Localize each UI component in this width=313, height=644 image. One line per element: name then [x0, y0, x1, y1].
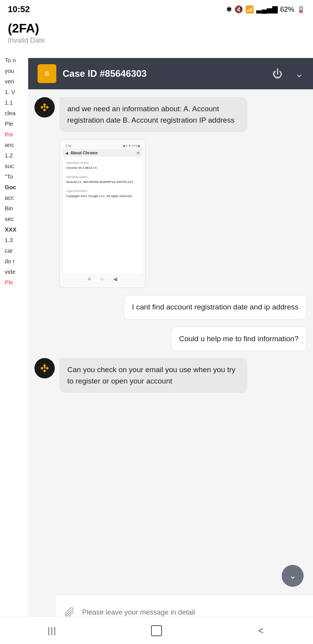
- scroll-to-bottom-button[interactable]: ⌄: [282, 565, 304, 587]
- bg-line: do r: [5, 256, 25, 266]
- screenshot-bottom-bar: ≡ ○ ◀: [63, 273, 142, 284]
- avatar-1: [34, 97, 55, 118]
- message-text-4: Could u help me to find information?: [179, 335, 299, 343]
- status-time: 10:52: [8, 4, 30, 14]
- message-text-5: Can you check on your email you use when…: [67, 365, 236, 385]
- bg-line: "To: [5, 171, 25, 182]
- avatar-5: [34, 358, 55, 378]
- bg-line: vide: [5, 266, 25, 277]
- bubble-5: Can you check on your email you use when…: [59, 358, 247, 393]
- message-text-3: I cant find account registration date an…: [132, 303, 299, 311]
- bg-content: To nyouveri1. V1.1cleaPlethaanc1.2suc"To…: [0, 51, 29, 560]
- refresh-icon: ↺: [137, 151, 140, 155]
- bg-line: To n: [5, 55, 25, 65]
- screenshot-top-bar: 7:52 ◀ ≡ ✦ 47%▮: [63, 143, 142, 149]
- bg-line: clea: [5, 108, 25, 118]
- bubble-3: I cant find account registration date an…: [124, 295, 307, 320]
- bubble-4: Could u help me to find information?: [171, 327, 307, 351]
- bg-line: Bin: [5, 203, 25, 213]
- page-date: Invalid Date: [8, 36, 305, 45]
- bg-line: suc: [5, 161, 25, 171]
- screenshot-page-title: About Chrome: [70, 151, 97, 155]
- nav-menu-button[interactable]: |||: [40, 621, 64, 640]
- chat-overlay: ≡ Case ID #85646303 ⏻ ⌄ and we need an i…: [28, 58, 313, 630]
- bg-line: 1.1: [5, 97, 25, 108]
- screenshot-content: Application version Chrome 94.2-8614.73 …: [63, 157, 142, 273]
- message-row-2: 7:52 ◀ ≡ ✦ 47%▮ ◀ About Chrome ↺ Applica…: [34, 139, 307, 288]
- nav-back-button[interactable]: <: [249, 621, 273, 640]
- bg-line: XXX: [5, 224, 25, 235]
- screenshot-time: 7:52: [65, 144, 72, 148]
- section-label-1: Application version: [66, 161, 139, 165]
- menu-icon: |||: [48, 626, 57, 636]
- message-row-4: Could u help me to find information?: [34, 327, 307, 351]
- back-icon: <: [258, 625, 264, 636]
- chat-body: and we need an information about: A. Acc…: [28, 89, 313, 610]
- bg-line: 1.2: [5, 150, 25, 161]
- chat-icon: ≡: [38, 64, 56, 83]
- ss-home-icon: ○: [100, 276, 103, 282]
- bluetooth-icon: ✱: [226, 5, 232, 14]
- bg-line: tha: [5, 129, 25, 139]
- section-value-3: Copyright 2021 Google LLC. All rights re…: [66, 194, 139, 199]
- chevron-down-icon[interactable]: ⌄: [295, 68, 304, 80]
- status-bar: 10:52 ✱ 🔇 📶 ▃▄▅▇ 62% 🪫: [0, 0, 313, 17]
- bg-line: you: [5, 65, 25, 76]
- page-title: (2FA): [8, 21, 305, 36]
- chat-title: Case ID #85646303: [63, 68, 266, 79]
- wifi-icon: 📶: [245, 5, 254, 14]
- bg-line: sec: [5, 213, 25, 224]
- status-icons: ✱ 🔇 📶 ▃▄▅▇ 62% 🪫: [226, 5, 305, 14]
- ss-menu-icon: ≡: [88, 276, 91, 282]
- home-icon: [151, 625, 162, 636]
- bg-line: 1. V: [5, 87, 25, 97]
- back-arrow-icon: ◀: [65, 151, 68, 155]
- bg-line: Goc: [5, 182, 25, 192]
- section-value-2: Android 11: SM-M526B Build/RP1A.200720.0…: [66, 180, 139, 185]
- bottom-navigation: ||| <: [0, 617, 313, 644]
- chat-icon-symbol: ≡: [45, 69, 50, 79]
- section-value-1: Chrome 94.2-8614.73: [66, 166, 139, 171]
- bubble-1: and we need an information about: A. Acc…: [59, 97, 247, 132]
- section-label-3: Legal information: [66, 189, 139, 193]
- message-input[interactable]: [82, 608, 313, 617]
- section-label-2: Operating system: [66, 175, 139, 179]
- bg-line: 1.3: [5, 235, 25, 245]
- signal-icon: ▃▄▅▇: [256, 5, 278, 14]
- bg-line: anc: [5, 139, 25, 150]
- power-button[interactable]: ⏻: [272, 68, 282, 80]
- chat-header: ≡ Case ID #85646303 ⏻ ⌄: [28, 58, 313, 89]
- nav-home-button[interactable]: [145, 621, 168, 640]
- message-row-3: I cant find account registration date an…: [34, 295, 307, 320]
- ss-back-icon: ◀: [113, 276, 117, 282]
- screenshot-status: ◀ ≡ ✦ 47%▮: [122, 144, 140, 148]
- chevron-down-icon: ⌄: [289, 571, 296, 581]
- bg-line: Ple: [5, 118, 25, 129]
- message-row-5: Can you check on your email you use when…: [34, 358, 307, 393]
- bg-line: car: [5, 245, 25, 256]
- battery-icon: 🪫: [297, 5, 305, 14]
- mute-icon: 🔇: [234, 5, 243, 14]
- message-text-1: and we need an information about: A. Acc…: [67, 105, 234, 124]
- battery-text: 62%: [280, 5, 294, 14]
- bg-line: acc: [5, 192, 25, 203]
- bg-line: veri: [5, 76, 25, 87]
- message-row-1: and we need an information about: A. Acc…: [34, 97, 307, 132]
- page-header: (2FA) Invalid Date: [0, 17, 313, 46]
- screenshot-image[interactable]: 7:52 ◀ ≡ ✦ 47%▮ ◀ About Chrome ↺ Applica…: [59, 139, 146, 288]
- bg-line: Ple: [5, 277, 25, 288]
